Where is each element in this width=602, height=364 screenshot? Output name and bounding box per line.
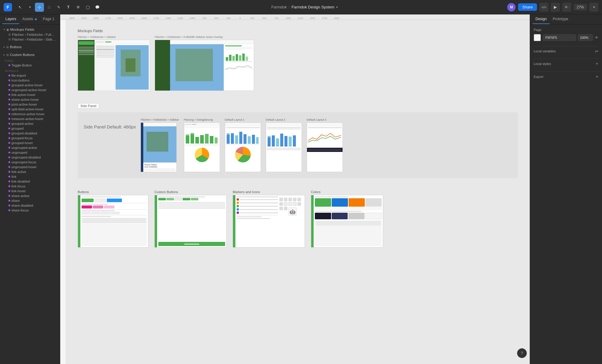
small-btn [110,212,119,214]
tool-select[interactable]: □ [45,3,54,12]
tab-page[interactable]: Page 1 [40,14,57,24]
tool-component[interactable]: ⊞ [73,3,82,12]
svg-rect-13 [205,134,209,143]
layer-item-ungrouped-hover[interactable]: ungrouped-hover [2,165,57,169]
help-button[interactable]: ? [517,348,527,358]
layer-item-flachen2[interactable]: ⊞ Flächen › Feldstücke › Sidebar [2,37,57,42]
icon-box [288,198,292,201]
custom-buttons-frame[interactable] [154,195,227,248]
layer-item-icon-buttons[interactable]: icon-buttons [2,78,57,83]
layer-item-grouped-active[interactable]: grouped-active [2,121,57,126]
layer-item-ungrouped[interactable]: ungrouped [2,150,57,155]
tab-layers[interactable]: Layers [2,14,19,24]
code-icon-button[interactable]: </> [539,3,548,12]
page-color-input[interactable]: F5F5F5 [543,34,576,41]
local-styles-add[interactable]: + [596,61,598,66]
visibility-icon[interactable]: 👁 [595,35,598,40]
row [185,145,219,146]
sp-frame5[interactable] [307,122,343,172]
share-button[interactable]: Share [518,3,537,11]
sp-frame2-label: Planung > Düngplanung [184,118,220,121]
layer-item-file-import[interactable]: file-import [2,73,57,78]
content-area [95,44,150,91]
layer-item-reference[interactable]: reference-active-hover [2,112,57,116]
tool-comment[interactable]: 💬 [93,3,102,12]
main-layout: Layers Assets Page 1 ▾ ▣ Mockups Fields … [0,14,602,364]
present-icon-button[interactable]: A↑ [562,3,571,12]
layer-item-ungrouped-active-hover[interactable]: ungrouped-active-hover [2,88,57,92]
tool-text[interactable]: T [64,3,73,12]
layer-item-link[interactable]: link [2,174,57,179]
export-add[interactable]: + [596,74,598,79]
frame2[interactable] [155,40,254,91]
layer-item-share-active-hover[interactable]: share-active-hover [2,97,57,102]
tab-design[interactable]: Design [532,14,550,24]
play-icon-button[interactable]: ▶ [551,3,560,12]
right-panel-content: Page F5F5F5 100% 👁 Local variables ⇌ [530,24,602,364]
canvas-content[interactable]: Mockups Fields Flächen > Feldstücke > Si… [66,20,530,364]
sp-frame4[interactable] [266,122,302,172]
layer-item-link-active[interactable]: link-active [2,169,57,174]
layer-item-link-hover[interactable]: link-hover [2,189,57,193]
layer-item-link-focus[interactable]: link-focus [2,184,57,189]
canvas-area[interactable]: -3500 -3250 -3000 -2750 -2500 -2250 -200… [60,14,530,364]
section-label-fixed: FIXED [2,57,57,63]
layer-item-grouped-hover[interactable]: grouped-hover [2,140,57,145]
layer-item-print-active-hover[interactable]: print-active-hover [2,102,57,107]
nav-item-active [105,42,111,42]
layer-item-grouped-active-hover[interactable]: grouped-active-hover [2,83,57,88]
tool-pen[interactable]: ✎ [54,3,63,12]
layer-item-share[interactable]: share [2,198,57,203]
tab-prototype[interactable]: Prototype [550,14,571,24]
colors-wrapper: Colors [311,190,383,248]
divider [315,209,382,210]
layer-item-measure[interactable]: measure-active-hover [2,116,57,121]
layer-group-buttons[interactable]: ▸ ⊞ Buttons [2,44,57,50]
zoom-dropdown-button[interactable]: ▾ [589,3,598,12]
layer-item-split-field[interactable]: split-field-active-hover [2,107,57,112]
sp-frame2[interactable] [184,122,220,172]
layer-item-name: grouped-active-hover [11,83,56,87]
layer-item-share-disabled[interactable]: share-disabled [2,203,57,208]
layer-item-toggle[interactable]: Toggle-Button [2,63,57,68]
sp-frame3[interactable] [225,122,261,172]
page-color-swatch[interactable] [534,34,541,41]
layer-item-name: share-focus [11,208,56,212]
colors-frame[interactable] [311,195,383,248]
zoom-button[interactable]: 27% [574,4,587,11]
svg-rect-26 [268,136,271,137]
layer-item-grouped[interactable]: grouped [2,126,57,131]
layer-item-grouped-focus[interactable]: grouped-focus [2,136,57,140]
page-opacity-input[interactable]: 100% [578,34,593,41]
layer-group-custom[interactable]: ▸ ⊞ Custom Buttons [2,52,57,57]
layer-item-flachen1[interactable]: ⊞ Flächen › Feldstücke › FultWi... [2,32,57,37]
layer-item-link-active-hover[interactable]: link-active-hover [2,92,57,97]
layer-item-ungrouped-active[interactable]: ungrouped-active [2,145,57,150]
tool-frame[interactable]: ⊹ [35,3,44,12]
sp-frame4-wrapper: Default Layout 2 [266,118,302,172]
sp3-bars [226,129,260,144]
layer-item-link-disabled[interactable]: link-disabled [2,179,57,184]
sidebar-item [79,54,94,55]
app-logo[interactable]: F [4,3,12,11]
sp3-header [225,123,261,126]
sp-frame1[interactable]: Result Tables(non-editable) [141,122,177,172]
local-vars-icon[interactable]: ⇌ [595,49,598,54]
markers-frame[interactable]: 🤖 [233,195,305,248]
row [96,54,114,54]
layer-item-grouped-disabled[interactable]: grouped-disabled [2,131,57,136]
tool-dropdown[interactable]: ▾ [25,3,34,12]
layer-group-mockups[interactable]: ▾ ▣ Mockups Fields [2,27,57,32]
frame1[interactable] [78,40,150,91]
tool-shape[interactable]: ◯ [83,3,92,12]
breadcrumb-chevron[interactable]: ▾ [336,5,338,9]
layer-item-share-focus[interactable]: share-focus [2,208,57,213]
tool-cursor[interactable]: ↖ [16,3,25,12]
row [185,127,219,128]
layer-item-ungrouped-disabled[interactable]: ungrouped-disabled [2,155,57,160]
layer-item-ungrouped-focus[interactable]: ungrouped-focus [2,160,57,165]
buttons-frame[interactable] [78,195,148,248]
tab-assets[interactable]: Assets [19,14,40,24]
sp5-lines [308,129,342,145]
layer-item-share-active[interactable]: share-active [2,193,57,198]
